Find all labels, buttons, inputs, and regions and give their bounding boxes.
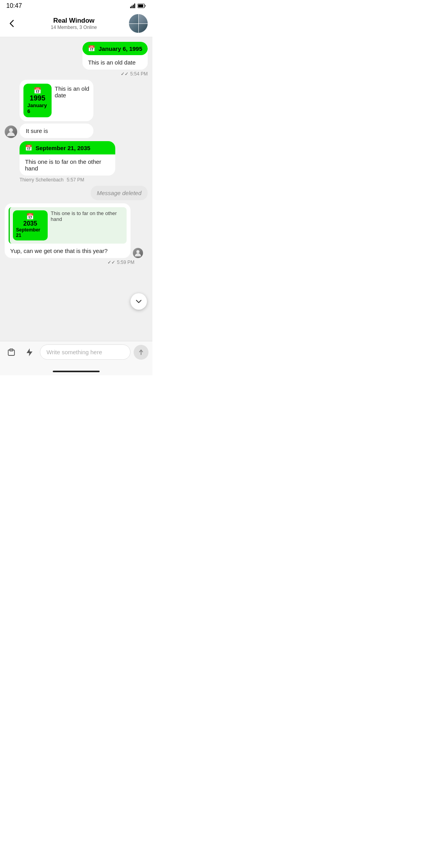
- svg-rect-5: [138, 5, 143, 7]
- sender-name-3: Thierry Schellenbach: [20, 177, 64, 183]
- cal-date-2: January 6: [27, 102, 48, 114]
- chat-subtitle: 14 Members, 3 Online: [19, 25, 129, 30]
- chevron-down-icon: [135, 298, 142, 305]
- cal-year-2: 1995: [30, 94, 45, 102]
- status-time: 10:47: [6, 2, 22, 9]
- quote-cal-date-5: September 21: [16, 227, 45, 238]
- incoming-bubble-2a: 📅 1995 January 6 This is an old date: [20, 80, 93, 121]
- outgoing-bubble-1: 📅 January 6, 1995 This is an old date: [82, 42, 148, 70]
- calendar-icon-1: 📅: [88, 45, 95, 52]
- svg-rect-0: [130, 7, 131, 8]
- msg-time-5: 5:59 PM: [117, 260, 134, 265]
- date-badge-3: 📅 September 21, 2035: [20, 141, 115, 154]
- msg-meta-5: ✓✓ 5:59 PM: [107, 260, 134, 265]
- cal-card-2: 📅 1995 January 6 This is an old date: [20, 80, 93, 121]
- quote-cal-emoji-5: 📅: [26, 213, 34, 220]
- header-title-block: Real Window 14 Members, 3 Online: [19, 17, 129, 30]
- incoming-row-3: 📅 September 21, 2035 This one is to far …: [5, 141, 122, 176]
- back-icon: [9, 20, 14, 27]
- avatar-thierry-1: [5, 126, 17, 138]
- bubble-text-1: This is an old date: [82, 55, 148, 70]
- svg-point-6: [9, 128, 13, 132]
- message-input-placeholder: Write something here: [46, 349, 102, 355]
- double-check-icon-1: ✓✓: [121, 71, 129, 77]
- send-icon: [138, 349, 144, 355]
- attachment-icon: [7, 348, 16, 357]
- svg-rect-8: [8, 350, 14, 355]
- message-row-3: 📅 September 21, 2035 This one is to far …: [5, 141, 148, 183]
- message-row-4: Message deleted: [5, 186, 148, 200]
- home-indicator: [0, 368, 152, 375]
- scroll-down-fab[interactable]: [131, 293, 147, 310]
- battery-icon: [138, 4, 146, 8]
- sender-meta-3: Thierry Schellenbach 5:57 PM: [20, 177, 84, 183]
- cal-quote-text-2: This is an old date: [55, 84, 89, 99]
- date-badge-1: 📅 January 6, 1995: [82, 42, 148, 55]
- double-check-icon-5: ✓✓: [107, 260, 115, 265]
- group-avatar[interactable]: [129, 14, 148, 33]
- outgoing-bubble-5: 📅 2035 September 21 This one is to far o…: [5, 203, 131, 258]
- bubble-text-3: This one is to far on the other hand: [20, 154, 115, 176]
- msg-time-3: 5:57 PM: [67, 177, 84, 183]
- date-badge-text-1: January 6, 1995: [98, 45, 142, 52]
- svg-rect-2: [133, 5, 134, 8]
- date-badge-text-3: September 21, 2035: [36, 145, 90, 151]
- svg-point-7: [136, 250, 139, 253]
- status-icons: [122, 4, 146, 8]
- cal-block-2: 📅 1995 January 6: [23, 84, 52, 117]
- message-row-5: 📅 2035 September 21 This one is to far o…: [5, 203, 148, 265]
- chat-area: 📅 January 6, 1995 This is an old date ✓✓…: [0, 37, 152, 341]
- quote-cal-5: 📅 2035 September 21: [13, 210, 48, 240]
- user-silhouette-1: [7, 127, 15, 136]
- deleted-msg-4: Message deleted: [91, 186, 148, 200]
- quote-text-5: This one is to far on the other hand: [51, 210, 123, 222]
- home-indicator-bar: [53, 371, 100, 372]
- input-bar: Write something here: [0, 341, 152, 368]
- svg-rect-1: [132, 6, 133, 9]
- quote-cal-year-5: 2035: [23, 220, 38, 227]
- back-button[interactable]: [5, 16, 19, 30]
- signal-icon: [130, 4, 136, 8]
- msg-time-1: 5:54 PM: [130, 71, 148, 77]
- chat-title: Real Window: [19, 17, 129, 25]
- status-bar: 10:47: [0, 0, 152, 11]
- message-row-2: 📅 1995 January 6 This is an old date It …: [5, 80, 148, 138]
- chat-wrapper: 📅 January 6, 1995 This is an old date ✓✓…: [0, 37, 152, 341]
- cal-emoji-2: 📅: [34, 87, 41, 94]
- user-silhouette-5: [135, 249, 141, 256]
- wifi-icon: [122, 4, 128, 8]
- send-button[interactable]: [134, 345, 148, 360]
- bolt-icon: [26, 348, 33, 357]
- message-input-wrap[interactable]: Write something here: [40, 344, 131, 360]
- calendar-icon-3: 📅: [25, 144, 32, 151]
- avatar-small-5: [133, 248, 143, 258]
- svg-rect-3: [134, 4, 136, 8]
- bolt-button[interactable]: [22, 345, 37, 360]
- header: Real Window 14 Members, 3 Online: [0, 11, 152, 37]
- incoming-bubble-3: 📅 September 21, 2035 This one is to far …: [20, 141, 115, 176]
- message-row-1: 📅 January 6, 1995 This is an old date ✓✓…: [5, 42, 148, 77]
- incoming-row-2: 📅 1995 January 6 This is an old date It …: [5, 80, 109, 138]
- bubble-text-5: Yup, can we get one that is this year?: [5, 245, 131, 258]
- incoming-bubble-2b: It sure is: [20, 124, 93, 138]
- attachment-button[interactable]: [4, 345, 19, 360]
- msg-meta-1: ✓✓ 5:54 PM: [121, 71, 148, 77]
- quote-block-5: 📅 2035 September 21 This one is to far o…: [9, 207, 127, 244]
